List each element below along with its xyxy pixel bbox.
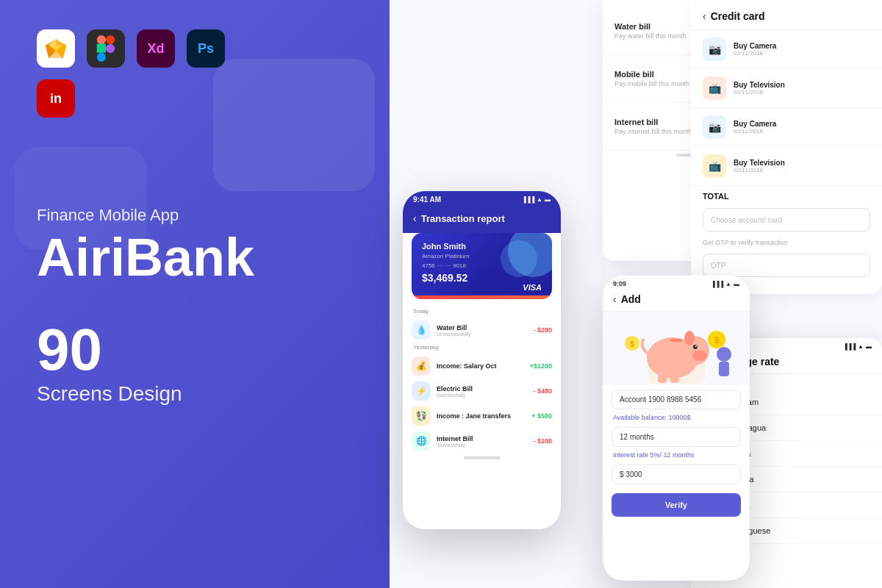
cc-item-2-date: 02/11/2018 (734, 128, 870, 135)
cc-item-3-icon: 📺 (703, 154, 726, 178)
svg-rect-11 (97, 53, 106, 62)
tx-jane[interactable]: 💱 Income : Jane transfers + $500 (403, 404, 561, 429)
ex-signal-icon: ▐▐▐ (843, 343, 856, 350)
svg-rect-33 (719, 362, 729, 376)
status-time: 9:41 AM (413, 196, 441, 204)
tx-internet-info: Internet Bill Successfully (437, 435, 527, 448)
screen-label: Screens Design (37, 382, 353, 406)
today-label: Today (403, 306, 561, 318)
cc-item-0-icon: 📷 (703, 37, 726, 61)
xd-label: Xd (147, 41, 164, 57)
add-status-icons: ▐▐▐ ▲ ▬ (711, 281, 739, 287)
tx-salary-amount: +$1200 (530, 362, 552, 370)
add-interest-label: Interest rate 5%/ 12 months (603, 450, 750, 460)
left-panel: Xd Ps in Finance Mobile App AiriBank 90 … (0, 0, 390, 588)
svg-point-23 (693, 345, 698, 349)
card-number: 4756 ···· ···· 9018 (422, 262, 542, 269)
tx-water-name: Water Bill (437, 324, 527, 331)
add-months-field[interactable]: 12 months (612, 427, 741, 447)
piggy-svg: $ $ (610, 314, 742, 384)
svg-point-9 (106, 44, 115, 53)
tx-salary-info: Income: Salary Oct (437, 362, 524, 370)
svg-point-32 (717, 347, 731, 362)
tx-internet-amount: - $100 (533, 437, 552, 445)
tx-electric[interactable]: ⚡ Electric Bill Successfully - $480 (403, 379, 561, 404)
visa-logo: VISA (523, 283, 542, 292)
signal-icon: ▐▐▐ (522, 196, 534, 203)
tx-salary-name: Income: Salary Oct (437, 362, 524, 370)
wifi-icon: ▲ (537, 196, 542, 203)
tx-salary[interactable]: 💰 Income: Salary Oct +$1200 (403, 354, 561, 379)
svg-rect-26 (658, 374, 667, 383)
back-icon[interactable]: ‹ (413, 212, 417, 224)
add-signal-icon: ▐▐▐ (711, 281, 723, 287)
svg-point-21 (692, 351, 707, 361)
svg-rect-25 (670, 339, 682, 342)
screen-count: 90 (37, 320, 353, 379)
add-wifi-icon: ▲ (725, 281, 731, 287)
tx-jane-name: Income : Jane transfers (437, 412, 526, 420)
tx-jane-icon: 💱 (412, 406, 431, 426)
deco-rect-1 (213, 59, 375, 191)
figma-svg (96, 35, 115, 62)
add-back-icon[interactable]: ‹ (613, 293, 617, 305)
piggy-illustration: $ $ (603, 312, 750, 385)
tx-electric-sub: Successfully (437, 392, 527, 398)
ex-wifi-icon: ▲ (858, 343, 864, 350)
cc-item-2[interactable]: 📷 Buy Camera 02/11/2018 (691, 108, 882, 147)
cc-item-2-name: Buy Camera (734, 120, 870, 128)
tx-electric-icon: ⚡ (412, 381, 431, 401)
svg-point-24 (695, 345, 697, 347)
tx-internet-sub: Successfully (437, 442, 527, 448)
tx-water-sub: Unsuccessfully (437, 331, 527, 337)
cc-item-0[interactable]: 📷 Buy Camera 02/11/2018 (691, 30, 882, 69)
in-label: in (50, 91, 62, 107)
tx-internet[interactable]: 🌐 Internet Bill Successfully - $100 (403, 429, 561, 453)
xd-icon[interactable]: Xd (137, 29, 175, 68)
add-header: ‹ Add (603, 290, 750, 312)
phone-status-bar: 9:41 AM ▐▐▐ ▲ ▬ (403, 191, 561, 207)
cc-item-3-name: Buy Television (734, 159, 870, 167)
cc-item-0-info: Buy Camera 02/11/2018 (734, 42, 870, 57)
svg-rect-10 (97, 44, 106, 53)
cc-back-icon[interactable]: ‹ (703, 10, 706, 22)
svg-text:$: $ (630, 340, 634, 348)
svg-rect-7 (97, 35, 106, 44)
tx-water[interactable]: 💧 Water Bill Unsuccessfully - $280 (403, 318, 561, 343)
cc-item-1-info: Buy Television 02/11/2018 (734, 81, 870, 96)
card-name: John Smith (422, 242, 542, 251)
cc-item-0-date: 02/11/2018 (734, 50, 870, 57)
card-amount: $3,469.52 (422, 272, 542, 284)
cc-item-2-icon: 📷 (703, 115, 726, 139)
cc-item-3-info: Buy Television 02/11/2018 (734, 159, 870, 173)
phone-transaction: 9:41 AM ▐▐▐ ▲ ▬ ‹ Transaction report Joh… (403, 191, 561, 529)
cc-item-2-info: Buy Camera 02/11/2018 (734, 120, 870, 135)
tx-water-amount: - $280 (533, 326, 552, 334)
ps-label: Ps (198, 41, 214, 57)
tx-water-icon: 💧 (412, 320, 431, 340)
figma-icon[interactable] (87, 29, 125, 68)
status-icons: ▐▐▐ ▲ ▬ (522, 196, 551, 203)
cc-account-field[interactable]: Choose account/ card (703, 208, 870, 232)
ex-status-icons: ▐▐▐ ▲ ▬ (843, 343, 872, 350)
add-battery-icon: ▬ (734, 281, 739, 287)
credit-card: John Smith Amazon Platinium 4756 ···· ··… (412, 233, 552, 299)
cc-item-3[interactable]: 📺 Buy Television 02/11/2018 (691, 147, 882, 186)
phone-header: ‹ Transaction report (403, 207, 561, 233)
sketch-icon[interactable] (37, 29, 75, 68)
add-account-field[interactable]: Account 1900 8988 5456 (612, 390, 741, 409)
svg-rect-27 (670, 374, 679, 383)
ps-icon[interactable]: Ps (187, 29, 225, 68)
svg-point-20 (680, 336, 709, 365)
sketch-svg (44, 38, 68, 59)
cc-item-0-name: Buy Camera (734, 42, 870, 50)
cc-otp-field[interactable]: OTP (703, 254, 870, 277)
add-amount-field[interactable]: $ 3000 (612, 465, 741, 484)
svg-text:$: $ (714, 335, 720, 345)
tx-salary-icon: 💰 (412, 356, 431, 376)
cc-item-1-date: 02/11/2018 (734, 89, 870, 96)
cc-item-1[interactable]: 📺 Buy Television 02/11/2018 (691, 69, 882, 108)
add-verify-button[interactable]: Verify (612, 493, 741, 517)
in-icon[interactable]: in (37, 79, 75, 118)
cc-total-label: TOTAL (691, 186, 882, 204)
